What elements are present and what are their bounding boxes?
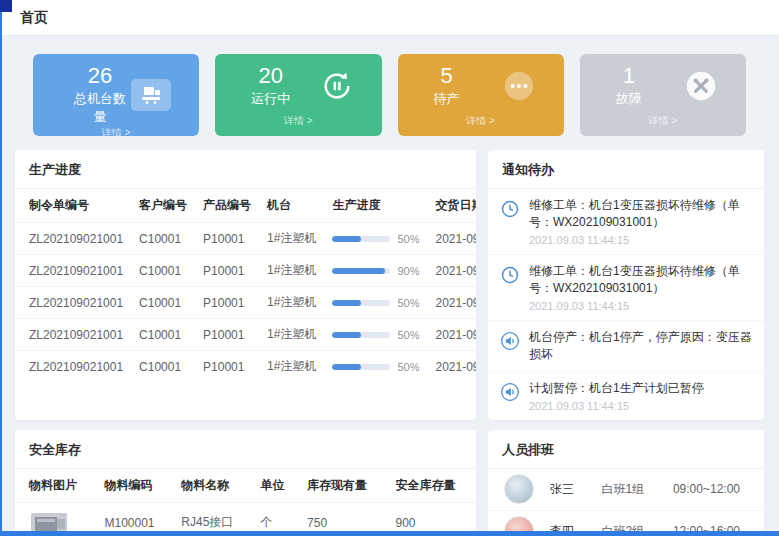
product-cell: P10001 [195, 319, 259, 351]
notification-body: 机台停产：机台1停产，停产原因：变压器损坏 [529, 329, 752, 364]
safety-stock-panel-title: 安全库存 [15, 430, 476, 469]
speaker-icon [500, 329, 520, 364]
notification-time: 2021.09.03 11:44:15 [529, 234, 752, 246]
stat-card-body: 1 故障 [594, 64, 732, 108]
order-no-cell: ZL202109021001 [15, 287, 131, 319]
stat-card-running[interactable]: 20 运行中 详情 > [215, 54, 381, 136]
notifications-panel: 通知待办 维修工单：机台1变压器损坏待维修（单号：WX202109031001）… [488, 150, 764, 420]
notification-text: 计划暂停：机台1生产计划已暂停 [529, 380, 704, 397]
staff-row: 张三 白班1组 09:00~12:00 [488, 469, 764, 511]
waiting-detail-link[interactable]: 详情 > [412, 114, 550, 130]
col-material-image: 物料图片 [15, 469, 96, 503]
col-material-name: 物料名称 [173, 469, 252, 503]
progress-cell: 50% [324, 319, 427, 351]
production-panel-title: 生产进度 [15, 150, 476, 189]
staff-schedule-panel: 人员排班 张三 白班1组 09:00~12:00 李四 白班2组 12:00~1… [488, 430, 764, 536]
product-cell: P10001 [195, 351, 259, 383]
staff-shift: 白班1组 [602, 481, 673, 498]
waiting-value: 5 [434, 64, 460, 88]
progress-label: 50% [397, 233, 419, 245]
window-left-edge [0, 0, 2, 536]
notification-item[interactable]: 维修工单：机台1变压器损坏待维修（单号：WX202109031001） 2021… [488, 255, 764, 321]
running-sync-icon [320, 69, 354, 103]
customer-cell: C10001 [131, 255, 195, 287]
fault-detail-link[interactable]: 详情 > [594, 114, 732, 130]
progress-cell: 50% [324, 287, 427, 319]
progress-bar [332, 364, 390, 370]
staff-time: 09:00~12:00 [673, 482, 748, 496]
notification-body: 维修工单：机台1变压器损坏待维修（单号：WX202109031001） 2021… [529, 263, 752, 312]
progress-cell: 90% [324, 255, 427, 287]
table-row: ZL202109021001 C10001 P10001 1#注塑机 50% 2… [15, 287, 476, 319]
notification-time: 2021.09.03 11:44:15 [529, 300, 752, 312]
page-title: 首页 [20, 9, 48, 27]
table-row: ZL202109021001 C10001 P10001 1#注塑机 90% 2… [15, 255, 476, 287]
production-progress-panel: 生产进度 制令单编号 客户编号 产品编号 机台 生产进度 交货日期 ZL2021… [15, 150, 476, 420]
safety-stock-panel: 安全库存 物料图片 物料编码 物料名称 单位 库存现有量 安全库存量 [15, 430, 476, 536]
staff-schedule-panel-title: 人员排班 [488, 430, 764, 469]
notifications-panel-title: 通知待办 [488, 150, 764, 189]
machine-cell: 1#注塑机 [259, 319, 324, 351]
order-no-cell: ZL202109021001 [15, 223, 131, 255]
notification-text: 机台停产：机台1停产，停产原因：变压器损坏 [529, 329, 752, 364]
notification-text: 维修工单：机台1变压器损坏待维修（单号：WX202109031001） [529, 197, 752, 232]
progress-cell: 50% [324, 223, 427, 255]
progress-cell: 50% [324, 351, 427, 383]
progress-label: 50% [397, 329, 419, 341]
window-bottom-edge [0, 531, 779, 536]
customer-cell: C10001 [131, 223, 195, 255]
customer-cell: C10001 [131, 287, 195, 319]
notification-body: 计划暂停：机台1生产计划已暂停 2021.09.03 11:44:15 [529, 380, 704, 411]
clock-icon [500, 197, 520, 246]
customer-cell: C10001 [131, 351, 195, 383]
col-progress: 生产进度 [324, 189, 427, 223]
stat-cards-row: 26 总机台数量 详情 > 20 运行中 详情 > [33, 54, 746, 136]
total-machines-label: 总机台数量 [69, 90, 131, 126]
date-cell: 2021-09-10 [427, 223, 476, 255]
progress-bar [332, 236, 390, 242]
stat-card-body: 20 运行中 [229, 64, 367, 108]
speaker-icon [500, 380, 520, 411]
dashboard-content: 26 总机台数量 详情 > 20 运行中 详情 > [0, 54, 779, 536]
machine-cell: 1#注塑机 [259, 351, 324, 383]
progress-bar [332, 300, 390, 306]
order-no-cell: ZL202109021001 [15, 351, 131, 383]
machine-icon [131, 79, 171, 111]
fault-label: 故障 [616, 90, 642, 108]
progress-bar [332, 332, 390, 338]
progress-label: 50% [397, 361, 419, 373]
running-value: 20 [251, 64, 290, 88]
notification-item[interactable]: 维修工单：机台1变压器损坏待维修（单号：WX202109031001） 2021… [488, 189, 764, 255]
fault-tools-icon [684, 69, 718, 103]
notification-item[interactable]: 计划暂停：机台1生产计划已暂停 2021.09.03 11:44:15 [488, 372, 764, 419]
order-no-cell: ZL202109021001 [15, 255, 131, 287]
progress-label: 90% [397, 265, 419, 277]
staff-name: 张三 [550, 481, 602, 498]
window-corner-accent [0, 0, 12, 12]
notification-item[interactable]: 机台停产：机台1停产，停产原因：变压器损坏 [488, 321, 764, 373]
col-current-stock: 库存现有量 [299, 469, 387, 503]
stat-card-text: 26 总机台数量 [69, 64, 131, 126]
production-table: 制令单编号 客户编号 产品编号 机台 生产进度 交货日期 ZL202109021… [15, 189, 476, 382]
col-delivery-date: 交货日期 [427, 189, 476, 223]
running-detail-link[interactable]: 详情 > [229, 114, 367, 130]
progress-label: 50% [397, 297, 419, 309]
col-product-no: 产品编号 [195, 189, 259, 223]
waiting-ellipsis-icon [502, 69, 536, 103]
safety-stock-table: 物料图片 物料编码 物料名称 单位 库存现有量 安全库存量 M100001 [15, 469, 476, 536]
stat-card-total-machines[interactable]: 26 总机台数量 详情 > [33, 54, 199, 136]
total-machines-detail-link[interactable]: 详情 > [47, 126, 185, 142]
table-row: ZL202109021001 C10001 P10001 1#注塑机 50% 2… [15, 319, 476, 351]
progress-bar [332, 268, 390, 274]
col-machine: 机台 [259, 189, 324, 223]
panels-grid: 生产进度 制令单编号 客户编号 产品编号 机台 生产进度 交货日期 ZL2021… [15, 150, 764, 536]
date-cell: 2021-09-10 [427, 319, 476, 351]
stat-card-waiting[interactable]: 5 待产 详情 > [398, 54, 564, 136]
stat-card-body: 26 总机台数量 [47, 64, 185, 126]
avatar [504, 474, 534, 504]
col-order-no: 制令单编号 [15, 189, 131, 223]
notification-text: 维修工单：机台1变压器损坏待维修（单号：WX202109031001） [529, 263, 752, 298]
inventory-header-row: 物料图片 物料编码 物料名称 单位 库存现有量 安全库存量 [15, 469, 476, 503]
notification-time: 2021.09.03 11:44:15 [529, 400, 704, 412]
stat-card-fault[interactable]: 1 故障 详情 > [580, 54, 746, 136]
